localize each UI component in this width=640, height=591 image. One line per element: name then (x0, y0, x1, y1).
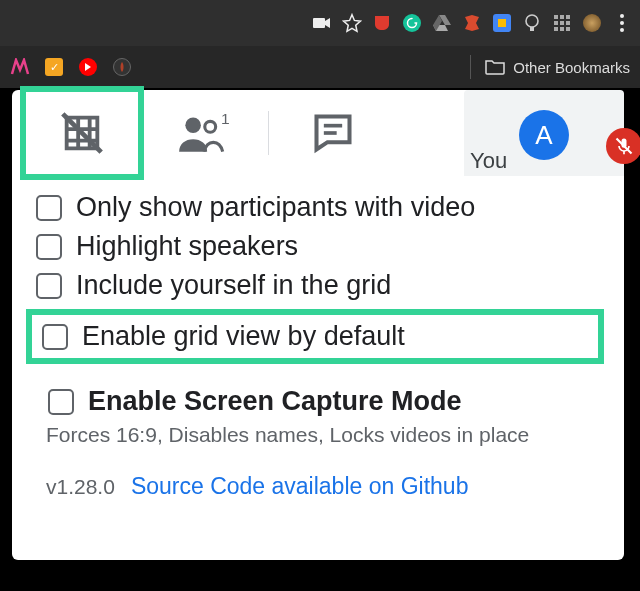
svg-point-14 (185, 117, 201, 133)
checkbox[interactable] (48, 389, 74, 415)
svg-point-15 (205, 121, 216, 132)
svg-rect-3 (530, 27, 534, 31)
you-label: You (470, 148, 507, 174)
option-label: Highlight speakers (76, 231, 298, 262)
tab-grid-highlighted[interactable] (20, 86, 144, 180)
star-icon[interactable] (342, 13, 362, 33)
svg-rect-8 (560, 21, 564, 25)
option-include-yourself[interactable]: Include yourself in the grid (36, 266, 604, 305)
svg-rect-7 (554, 21, 558, 25)
self-participant-tile[interactable]: A You (464, 90, 624, 176)
checkbox[interactable] (36, 234, 62, 260)
svg-rect-4 (554, 15, 558, 19)
ext-notes-icon[interactable] (492, 13, 512, 33)
ext-bulb-icon[interactable] (522, 13, 542, 33)
footer-row: v1.28.0 Source Code available on Github (36, 473, 604, 500)
avatar-letter: A (535, 120, 552, 151)
svg-rect-6 (566, 15, 570, 19)
checkbox[interactable] (36, 195, 62, 221)
other-bookmarks-folder[interactable]: Other Bookmarks (485, 59, 630, 76)
ext-grammarly-icon[interactable] (402, 13, 422, 33)
ext-ublock-icon[interactable] (372, 13, 392, 33)
svg-rect-11 (560, 27, 564, 31)
ext-superman-icon[interactable] (462, 13, 482, 33)
version-label: v1.28.0 (46, 475, 115, 499)
option-label: Only show participants with video (76, 192, 475, 223)
chat-icon (311, 111, 355, 155)
bookmarks-bar: ✓ Other Bookmarks (0, 46, 640, 88)
source-code-link[interactable]: Source Code available on Github (131, 473, 469, 500)
option-highlight-speakers[interactable]: Highlight speakers (36, 227, 604, 266)
option-label: Enable grid view by default (82, 321, 405, 352)
profile-avatar-icon[interactable] (582, 13, 602, 33)
svg-point-2 (526, 15, 538, 27)
option-only-video[interactable]: Only show participants with video (36, 188, 604, 227)
chrome-menu-icon[interactable] (612, 14, 632, 32)
folder-icon (485, 59, 505, 75)
option-label: Enable Screen Capture Mode (88, 386, 462, 417)
tab-chat[interactable] (273, 98, 393, 168)
people-icon: 1 (176, 111, 232, 155)
avatar: A (519, 110, 569, 160)
svg-rect-9 (566, 21, 570, 25)
options-list: Only show participants with video Highli… (12, 176, 624, 508)
mic-off-icon (614, 136, 634, 156)
mute-badge[interactable] (606, 128, 640, 164)
bookmark-dark-icon[interactable] (112, 57, 132, 77)
option-enable-default[interactable]: Enable grid view by default (42, 319, 592, 354)
bookmarks-divider (470, 55, 471, 79)
bookmark-orange-icon[interactable]: ✓ (44, 57, 64, 77)
grid-off-icon (59, 110, 105, 156)
checkbox[interactable] (36, 273, 62, 299)
tabs-row: 1 A You (12, 90, 624, 176)
tab-people[interactable]: 1 (144, 98, 264, 168)
option-label: Include yourself in the grid (76, 270, 391, 301)
svg-rect-1 (498, 19, 506, 27)
svg-rect-10 (554, 27, 558, 31)
svg-rect-0 (313, 18, 325, 28)
svg-rect-5 (560, 15, 564, 19)
svg-text:1: 1 (221, 111, 230, 127)
extension-popup: 1 A You (12, 90, 624, 560)
screen-capture-block: Enable Screen Capture Mode Forces 16:9, … (36, 382, 604, 447)
bookmark-youtube-icon[interactable] (78, 57, 98, 77)
camera-icon[interactable] (312, 13, 332, 33)
checkbox[interactable] (42, 324, 68, 350)
ext-grid-icon[interactable] (552, 13, 572, 33)
option-enable-default-highlighted: Enable grid view by default (26, 309, 604, 364)
tab-divider (268, 111, 269, 155)
bookmark-myntra-icon[interactable] (10, 57, 30, 77)
ext-drive-icon[interactable] (432, 13, 452, 33)
screen-capture-caption: Forces 16:9, Disables names, Locks video… (46, 423, 604, 447)
svg-rect-12 (566, 27, 570, 31)
option-screen-capture[interactable]: Enable Screen Capture Mode (48, 382, 604, 421)
chrome-toolbar (0, 0, 640, 46)
other-bookmarks-label: Other Bookmarks (513, 59, 630, 76)
